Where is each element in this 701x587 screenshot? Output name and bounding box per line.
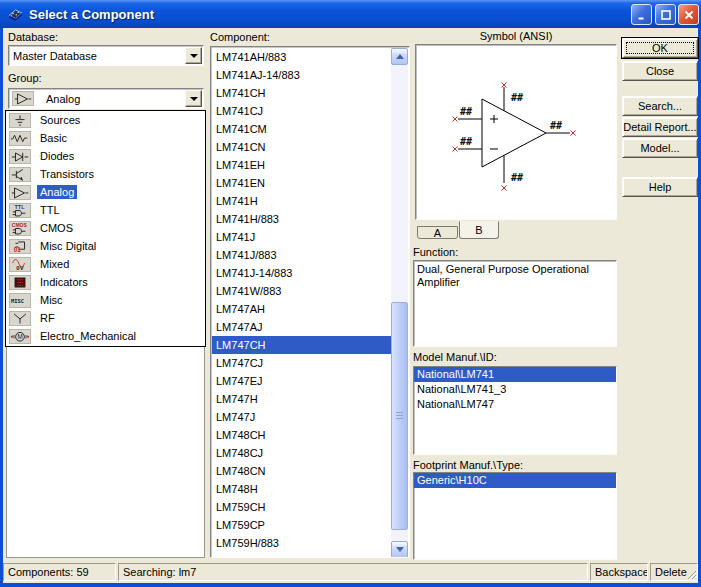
list-item[interactable]: LM748CH: [212, 426, 391, 444]
list-item[interactable]: LM748CN: [212, 462, 391, 480]
list-item[interactable]: LM759CH: [212, 498, 391, 516]
group-dropdown-button[interactable]: [185, 90, 202, 107]
component-scrollbar: [391, 48, 408, 558]
indicators-icon: [9, 275, 31, 290]
list-item[interactable]: LM741EN: [212, 174, 391, 192]
list-item[interactable]: National\LM741: [414, 367, 616, 382]
close-dialog-button[interactable]: Close: [622, 61, 698, 81]
group-option-analog[interactable]: Analog: [6, 183, 205, 201]
group-option-indicators[interactable]: Indicators: [6, 273, 205, 291]
help-button[interactable]: Help: [622, 177, 698, 197]
select-component-dialog: Select a Component Database: Master Data…: [0, 0, 701, 587]
family-listbox[interactable]: [6, 347, 205, 558]
list-item[interactable]: LM741CJ: [212, 102, 391, 120]
list-item[interactable]: Generic\H10C: [414, 473, 616, 488]
group-option-electro-mechanical[interactable]: M Electro_Mechanical: [6, 327, 205, 345]
group-option-rf[interactable]: RF: [6, 309, 205, 327]
group-option-ttl[interactable]: TTL TTL: [6, 201, 205, 219]
list-item[interactable]: LM747AJ: [212, 318, 391, 336]
rf-icon: [9, 311, 31, 326]
list-item[interactable]: LM741H: [212, 192, 391, 210]
close-button[interactable]: [678, 4, 699, 25]
list-item[interactable]: LM741EH: [212, 156, 391, 174]
database-combobox[interactable]: Master Database: [8, 45, 204, 66]
svg-text:CMOS: CMOS: [12, 222, 28, 228]
scroll-down-button[interactable]: [391, 541, 408, 558]
minimize-icon: [636, 9, 648, 21]
list-item[interactable]: LM741CN: [212, 138, 391, 156]
maximize-button[interactable]: [655, 4, 676, 25]
group-option-sources[interactable]: Sources: [6, 111, 205, 129]
function-label: Function:: [413, 246, 458, 259]
list-item[interactable]: LM741J/883: [212, 246, 391, 264]
group-option-label: Misc: [37, 293, 66, 307]
database-value: Master Database: [9, 50, 97, 62]
diodes-icon: [9, 149, 31, 164]
mixed-icon: 0V: [9, 257, 31, 272]
model-listbox: National\LM741National\LM741_3National\L…: [413, 366, 617, 455]
list-item[interactable]: LM747CH: [212, 336, 391, 354]
electro-mechanical-icon: M: [9, 329, 31, 344]
model-button[interactable]: Model...: [622, 138, 698, 158]
search-button[interactable]: Search...: [622, 96, 698, 116]
group-option-mixed[interactable]: 0V Mixed: [6, 255, 205, 273]
database-dropdown-button[interactable]: [185, 47, 202, 64]
group-option-diodes[interactable]: Diodes: [6, 147, 205, 165]
close-icon: [683, 9, 695, 21]
svg-text:MISC: MISC: [11, 298, 24, 304]
misc-digital-icon: 01: [9, 239, 31, 254]
list-item[interactable]: LM741W/883: [212, 282, 391, 300]
group-option-misc[interactable]: MISC Misc: [6, 291, 205, 309]
list-item[interactable]: LM747J: [212, 408, 391, 426]
detail-report-button[interactable]: Detail Report...: [622, 117, 698, 137]
titlebar[interactable]: Select a Component: [0, 0, 701, 28]
pin-label: ##: [460, 136, 472, 147]
list-item[interactable]: LM741H/883: [212, 210, 391, 228]
ok-button[interactable]: OK: [622, 38, 698, 58]
group-option-misc-digital[interactable]: 01 Misc Digital: [6, 237, 205, 255]
list-item[interactable]: LM741J: [212, 228, 391, 246]
group-option-label: Diodes: [37, 149, 77, 163]
section-tab-b[interactable]: B: [459, 221, 499, 239]
list-item[interactable]: LM759MH: [212, 552, 391, 556]
chevron-down-icon: [190, 97, 198, 101]
pin-label: ##: [511, 172, 523, 183]
footprint-listbox: Generic\H10C: [413, 472, 617, 560]
list-item[interactable]: LM741AH/883: [212, 48, 391, 66]
list-item[interactable]: LM741AJ-14/883: [212, 66, 391, 84]
list-item[interactable]: LM747AH: [212, 300, 391, 318]
list-item[interactable]: LM747EJ: [212, 372, 391, 390]
status-backspace[interactable]: Backspace: [590, 563, 648, 581]
list-item[interactable]: LM759H/883: [212, 534, 391, 552]
list-item[interactable]: National\LM747: [414, 397, 616, 412]
group-dropdown-list: Sources Basic Diodes Transistors Analog …: [5, 110, 206, 347]
analog-icon: [9, 185, 31, 200]
list-item[interactable]: LM759CP: [212, 516, 391, 534]
scrollbar-thumb[interactable]: [391, 302, 408, 530]
group-option-label: RF: [37, 311, 58, 325]
group-option-label: Basic: [37, 131, 70, 145]
list-item[interactable]: LM741J-14/883: [212, 264, 391, 282]
group-combobox[interactable]: Analog: [8, 88, 204, 109]
list-item[interactable]: LM741CH: [212, 84, 391, 102]
group-option-label: CMOS: [37, 221, 76, 235]
resize-grip[interactable]: [685, 568, 697, 580]
list-item[interactable]: LM748CJ: [212, 444, 391, 462]
group-option-cmos[interactable]: CMOS CMOS: [6, 219, 205, 237]
function-value: Dual, General Purpose Operational Amplif…: [417, 263, 589, 288]
section-tab-a[interactable]: A: [417, 226, 458, 239]
list-item[interactable]: LM748H: [212, 480, 391, 498]
group-option-basic[interactable]: Basic: [6, 129, 205, 147]
list-item[interactable]: LM741CM: [212, 120, 391, 138]
group-option-label: Electro_Mechanical: [37, 329, 139, 343]
list-item[interactable]: LM747CJ: [212, 354, 391, 372]
pin-label: ##: [511, 92, 523, 103]
group-option-label: Indicators: [37, 275, 91, 289]
list-item[interactable]: National\LM741_3: [414, 382, 616, 397]
list-item[interactable]: LM747H: [212, 390, 391, 408]
group-option-transistors[interactable]: Transistors: [6, 165, 205, 183]
scroll-up-button[interactable]: [391, 48, 408, 65]
footprint-items: Generic\H10C: [414, 473, 616, 488]
minimize-button[interactable]: [631, 4, 652, 25]
group-option-label: TTL: [37, 203, 63, 217]
